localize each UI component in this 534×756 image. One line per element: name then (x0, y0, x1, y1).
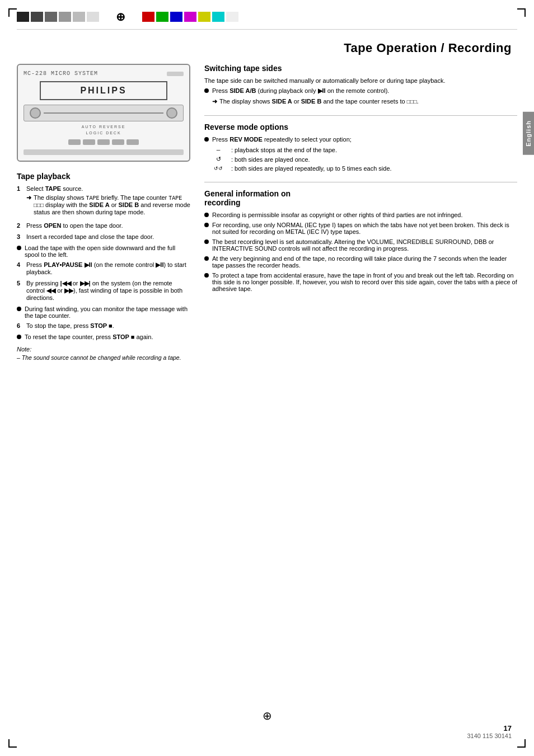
rev-text-1: : playback stops at the end of the tape. (231, 147, 337, 153)
reverse-bullet-dot-1 (204, 137, 209, 142)
general-bullet-dot-2 (204, 223, 209, 227)
general-bullet-dot-1 (204, 213, 209, 217)
page-footer: 17 3140 115 30141 (0, 724, 534, 739)
item-num-5: 5 (17, 280, 24, 301)
reverse-title: Reverse mode options (204, 123, 517, 132)
playback-item-2: 2 Press OPEN to open the tape door. (17, 222, 190, 229)
item-num-2: 2 (17, 222, 24, 229)
item-1-arrow-note: ➜ The display shows TAPE briefly. The ta… (26, 194, 190, 215)
bar-seg-magenta (184, 12, 196, 22)
rev-text-3: : both sides are played repeatedly, up t… (231, 165, 392, 172)
ctrl-btn-5 (127, 139, 139, 145)
tape-playback-section: Tape playback 1 Select TAPE source. ➜ Th… (17, 172, 190, 361)
rev-row-1: — : playback stops at the end of the tap… (210, 146, 517, 153)
playback-item-1: 1 Select TAPE source. ➜ The display show… (17, 185, 190, 218)
item-num-1: 1 (17, 185, 24, 218)
ctrl-btn-2 (83, 139, 95, 145)
corner-mark-bl (8, 739, 17, 748)
switching-bullet-1-text: Press SIDE A/B (during playback only ▶II… (212, 87, 389, 95)
bullet-3-text: To reset the tape counter, press STOP ■ … (25, 334, 153, 340)
rev-text-2: : both sides are played once. (231, 156, 310, 163)
reverse-bullet-1: Press REV MODE repeatedly to select your… (204, 136, 517, 143)
tape-reel-left (30, 107, 41, 119)
tape-playback-title: Tape playback (17, 172, 190, 181)
left-bar-group (17, 12, 99, 22)
bar-seg-3 (45, 12, 57, 22)
general-bullet-3-text: The best recording level is set automati… (212, 238, 517, 252)
playback-item-4: 4 Press PLAY•PAUSE ▶II (on the remote co… (17, 261, 190, 275)
divider-1 (204, 115, 517, 116)
corner-mark-tr (517, 8, 526, 17)
rev-row-2: ↺ : both sides are played once. (210, 156, 517, 163)
bar-seg-green (156, 12, 168, 22)
switching-arrow-icon: ➜ (212, 98, 217, 105)
rev-row-3: ↺↺ : both sides are played repeatedly, u… (210, 165, 517, 172)
item-6-content: To stop the tape, press STOP ■. (26, 322, 190, 329)
general-bullet-1: Recording is permissible insofar as copy… (204, 212, 517, 218)
rev-symbol-1: — (210, 146, 227, 153)
left-column: MC-228 MICRO SYSTEM PHILIPS AUTO REVERSE… (17, 64, 190, 371)
general-bullet-2: For recording, use only NORMAL (IEC type… (204, 222, 517, 235)
item-1-note-text: The display shows TAPE briefly. The tape… (34, 194, 190, 215)
tape-line (44, 112, 163, 114)
device-model: MC-228 MICRO SYSTEM (24, 71, 98, 77)
playback-item-6: 6 To stop the tape, press STOP ■. (17, 322, 190, 329)
switching-arrow-text: The display shows SIDE A or SIDE B and t… (219, 98, 419, 105)
ctrl-btn-4 (112, 139, 124, 145)
device-indicator (167, 72, 184, 76)
switching-body: The tape side can be switched manually o… (204, 77, 517, 84)
general-bullet-4: At the very beginning and end of the tap… (204, 255, 517, 269)
playback-item-3: 3 Insert a recorded tape and close the t… (17, 233, 190, 240)
switching-bullet-dot-1 (204, 88, 209, 93)
divider-2 (204, 182, 517, 182)
arrow-icon-1: ➜ (26, 194, 31, 215)
right-bar-group (142, 12, 238, 22)
general-bullet-1-text: Recording is permissible insofar as copy… (212, 212, 463, 218)
general-section: General information onrecording Recordin… (204, 189, 517, 292)
item-num-6: 6 (17, 322, 24, 329)
note-text: – The sound source cannot be changed whi… (17, 354, 190, 361)
bar-seg-cyan (212, 12, 224, 22)
bar-seg-4 (59, 12, 71, 22)
device-label-logicdeck: LOGIC DECK (24, 131, 184, 135)
corner-mark-br (517, 739, 526, 748)
general-bullet-dot-4 (204, 256, 209, 261)
general-bullet-dot-5 (204, 273, 209, 278)
reverse-bullet-1-text: Press REV MODE repeatedly to select your… (212, 136, 352, 143)
general-bullet-4-text: At the very beginning and end of the tap… (212, 255, 517, 269)
general-title: General information onrecording (204, 189, 517, 207)
ctrl-btn-3 (97, 139, 110, 145)
device-controls (24, 139, 184, 145)
bar-seg-white (226, 12, 238, 22)
bullet-1-text: Load the tape with the open side downwar… (25, 245, 190, 258)
item-2-content: Press OPEN to open the tape door. (26, 222, 190, 229)
bar-seg-6 (87, 12, 99, 22)
rev-symbol-2: ↺ (210, 156, 227, 163)
device-tape-window (24, 105, 184, 121)
reverse-options-table: — : playback stops at the end of the tap… (210, 146, 517, 172)
bullet-dot-1 (17, 246, 21, 250)
switching-bullet-1: Press SIDE A/B (during playback only ▶II… (204, 87, 517, 95)
english-tab: English (523, 112, 534, 155)
bar-seg-2 (31, 12, 43, 22)
item-1-content: Select TAPE source. ➜ The display shows … (26, 185, 190, 218)
device-label-autoreverse: AUTO REVERSE (24, 125, 184, 129)
playback-bullet-2: During fast winding, you can monitor the… (17, 306, 190, 319)
item-num-4: 4 (17, 261, 24, 275)
general-bullet-3: The best recording level is set automati… (204, 238, 517, 252)
page-title: Tape Operation / Recording (0, 30, 534, 64)
bar-seg-5 (73, 12, 85, 22)
playback-bullet-3: To reset the tape counter, press STOP ■ … (17, 334, 190, 340)
tape-reel-right (166, 107, 177, 119)
note-title: Note: (17, 346, 190, 353)
crosshair-left: ⊕ (116, 10, 125, 24)
ctrl-btn-1 (68, 139, 81, 145)
top-color-bars: ⊕ (0, 0, 534, 29)
item-5-content: By pressing |◀◀ or ▶▶| on the system (on… (26, 280, 190, 301)
device-illustration: MC-228 MICRO SYSTEM PHILIPS AUTO REVERSE… (17, 64, 190, 162)
general-bullet-2-text: For recording, use only NORMAL (IEC type… (212, 222, 517, 235)
device-brand: PHILIPS (40, 81, 168, 100)
device-bottom-bar (24, 149, 184, 155)
item-num-3: 3 (17, 233, 24, 240)
general-bullet-5-text: To protect a tape from accidental erasur… (212, 272, 517, 292)
